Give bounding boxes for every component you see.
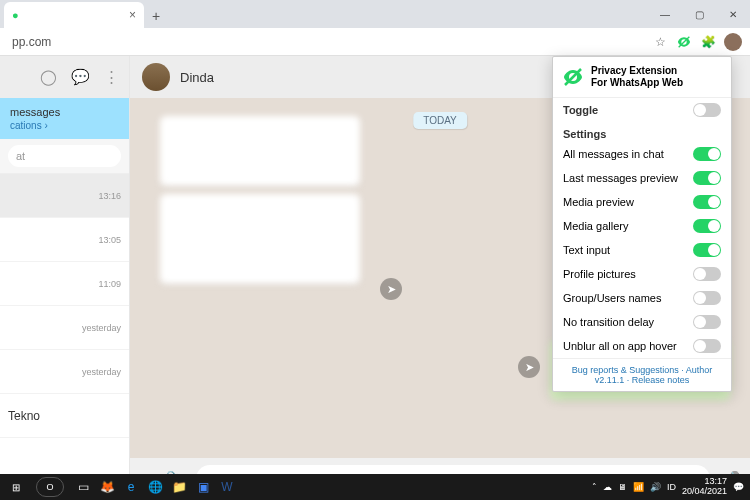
notif-title: messages	[10, 106, 119, 118]
address-bar[interactable]: pp.com	[8, 35, 646, 49]
master-toggle[interactable]	[693, 103, 721, 117]
profile-avatar-icon[interactable]	[724, 33, 742, 51]
search-input[interactable]: at	[8, 145, 121, 167]
setting-label: Text input	[563, 244, 610, 256]
extensions-icon[interactable]: 🧩	[700, 34, 716, 50]
taskbar-clock[interactable]: 13:17 20/04/2021	[682, 477, 727, 497]
notif-sub: cations ›	[10, 120, 119, 131]
setting-label: All messages in chat	[563, 148, 664, 160]
start-button[interactable]: ⊞	[0, 482, 32, 493]
setting-label: Profile pictures	[563, 268, 636, 280]
setting-toggle[interactable]	[693, 219, 721, 233]
setting-toggle[interactable]	[693, 339, 721, 353]
new-tab-button[interactable]: +	[144, 4, 168, 28]
setting-label: Media preview	[563, 196, 634, 208]
setting-toggle[interactable]	[693, 195, 721, 209]
taskbar-app-icon[interactable]: ▣	[192, 476, 214, 498]
taskbar-app-icon[interactable]: 🦊	[96, 476, 118, 498]
setting-toggle[interactable]	[693, 291, 721, 305]
setting-toggle[interactable]	[693, 243, 721, 257]
taskbar-app-icon[interactable]: e	[120, 476, 142, 498]
tray-icon[interactable]: ˄	[592, 482, 597, 492]
taskbar-app-icon[interactable]: 📁	[168, 476, 190, 498]
taskbar-search[interactable]: O	[36, 477, 64, 497]
chat-list-item[interactable]: Tekno	[0, 394, 129, 438]
popup-footer-links[interactable]: Bug reports & Suggestions · Author	[559, 365, 725, 375]
privacy-extension-icon[interactable]	[676, 34, 692, 50]
extension-logo-icon	[561, 65, 585, 89]
task-view-icon[interactable]: ▭	[72, 476, 94, 498]
incoming-message[interactable]	[160, 116, 360, 186]
tray-cloud-icon[interactable]: ☁	[603, 482, 612, 492]
extension-popup: Privacy Extension For WhatsApp Web Toggl…	[552, 56, 732, 392]
chat-list-item[interactable]: 11:09	[0, 262, 129, 306]
setting-toggle[interactable]	[693, 171, 721, 185]
tab-favicon: ●	[12, 9, 19, 21]
notifications-icon[interactable]: 💬	[733, 482, 744, 492]
tray-network-icon[interactable]: 📶	[633, 482, 644, 492]
new-chat-icon[interactable]: 💬	[71, 68, 90, 86]
windows-taskbar: ⊞ O ▭ 🦊 e 🌐 📁 ▣ W ˄ ☁ 🖥 📶 🔊 ID 13:17 20/…	[0, 474, 750, 500]
taskbar-app-icon[interactable]: W	[216, 476, 238, 498]
forward-icon[interactable]: ➤	[518, 356, 540, 378]
chat-sidebar: ◯ 💬 ⋮ messages cations › at 13:1613:0511…	[0, 56, 130, 500]
status-icon[interactable]: ◯	[40, 68, 57, 86]
incoming-message[interactable]	[160, 194, 360, 284]
notifications-banner[interactable]: messages cations ›	[0, 98, 129, 139]
setting-toggle[interactable]	[693, 267, 721, 281]
chat-list-item[interactable]: yesterday	[0, 306, 129, 350]
settings-section-label: Settings	[553, 122, 731, 142]
window-close-button[interactable]: ✕	[716, 0, 750, 28]
tray-lang[interactable]: ID	[667, 482, 676, 492]
toggle-section-label: Toggle	[563, 104, 598, 116]
setting-toggle[interactable]	[693, 147, 721, 161]
contact-avatar[interactable]	[142, 63, 170, 91]
setting-label: Media gallery	[563, 220, 628, 232]
window-maximize-button[interactable]: ▢	[682, 0, 716, 28]
browser-tab[interactable]: ● ×	[4, 2, 144, 28]
tray-volume-icon[interactable]: 🔊	[650, 482, 661, 492]
day-badge: TODAY	[413, 112, 467, 129]
setting-toggle[interactable]	[693, 315, 721, 329]
setting-label: No transition delay	[563, 316, 654, 328]
close-tab-icon[interactable]: ×	[129, 8, 136, 22]
setting-label: Group/Users names	[563, 292, 661, 304]
menu-icon[interactable]: ⋮	[104, 68, 119, 86]
chat-list-item[interactable]: 13:16	[0, 174, 129, 218]
window-minimize-button[interactable]: —	[648, 0, 682, 28]
forward-icon[interactable]: ➤	[380, 278, 402, 300]
popup-title-1: Privacy Extension	[591, 65, 683, 77]
popup-footer-version[interactable]: v2.11.1 · Release notes	[559, 375, 725, 385]
tray-display-icon[interactable]: 🖥	[618, 482, 627, 492]
popup-title-2: For WhatsApp Web	[591, 77, 683, 89]
chat-list-item[interactable]: 13:05	[0, 218, 129, 262]
setting-label: Unblur all on app hover	[563, 340, 677, 352]
setting-label: Last messages preview	[563, 172, 678, 184]
taskbar-app-icon[interactable]: 🌐	[144, 476, 166, 498]
bookmark-star-icon[interactable]: ☆	[652, 34, 668, 50]
chat-list-item[interactable]: yesterday	[0, 350, 129, 394]
